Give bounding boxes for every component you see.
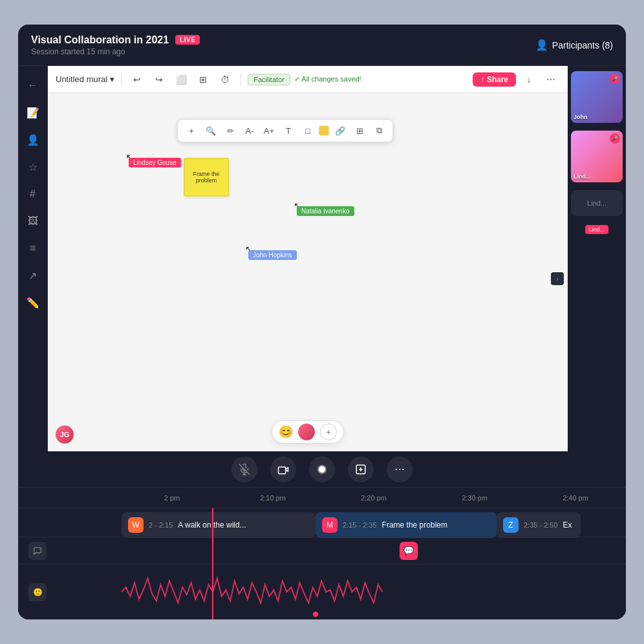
session-block-zoom[interactable]: Z 2:35 - 2:50 Ex (497, 512, 581, 538)
more-controls-button[interactable]: ⋯ (387, 456, 413, 482)
waveform-label: 🙂 (18, 583, 122, 601)
frame-button[interactable]: ⬜ (172, 70, 190, 89)
annotations-label (18, 542, 122, 560)
active-user-avatar (298, 424, 315, 440)
redo-button[interactable]: ↪ (150, 70, 168, 89)
annotations-row: 💬 (18, 537, 626, 564)
annotation-icon-button[interactable]: 💬 (400, 542, 418, 560)
canvas-scroll-button[interactable]: › (551, 272, 564, 285)
grid-button[interactable]: ⊞ (194, 70, 212, 89)
mural-title-dropdown[interactable]: Untitled mural ▾ (56, 74, 114, 84)
sidebar-note-icon[interactable]: 📝 (21, 101, 45, 124)
session-title: Visual Collaboration in 2021 LIVE (31, 34, 200, 46)
share-button[interactable]: ↑ Share (473, 72, 516, 87)
canvas-content[interactable]: + 🔍 ✏ A- A+ T □ 🔗 ⊞ ⧉ ↖ Lindsey Gouse (48, 93, 568, 451)
zoom-session-icon: Z (503, 517, 519, 533)
timeline-content: 15:01 W 2 - 2:15 A walk on the wild... (18, 508, 626, 619)
zoom-tool-button[interactable]: 🔍 (202, 122, 219, 139)
sidebar-star-icon[interactable]: ☆ (21, 155, 45, 178)
sidebar-user-icon[interactable]: 👤 (21, 128, 45, 151)
timeline-header: 2 pm 2:10 pm 2:20 pm 2:30 pm 2:40 pm (18, 488, 626, 508)
top-bar-left: Visual Collaboration in 2021 LIVE Sessio… (31, 34, 200, 56)
timer-button[interactable]: ⏱ (216, 70, 234, 89)
waveform-row: 🙂 (18, 564, 626, 619)
link-button[interactable]: 🔗 (332, 122, 349, 139)
layout-button[interactable]: ⊞ (351, 122, 368, 139)
floating-toolbar: + 🔍 ✏ A- A+ T □ 🔗 ⊞ ⧉ (177, 119, 393, 142)
add-tool-button[interactable]: + (183, 122, 200, 139)
live-badge: LIVE (175, 35, 200, 45)
add-marker-button[interactable] (348, 456, 374, 482)
person-icon: 👤 (535, 39, 548, 51)
toolbar-divider-2 (241, 73, 241, 86)
time-label-230: 2:30 pm (424, 494, 525, 502)
participant-extra-label: Lind... (587, 199, 606, 207)
frame-session-icon: M (322, 517, 338, 533)
time-label-210: 2:10 pm (222, 494, 323, 502)
sidebar-back-icon[interactable]: ← (21, 74, 45, 97)
time-label-220: 2:20 pm (323, 494, 424, 502)
waveform-current-position (313, 612, 318, 617)
zoom-session-time: 2:35 - 2:50 (524, 521, 558, 529)
session-block-frame[interactable]: M 2:15 - 2:35 Frame the problem (316, 512, 497, 538)
participants-button[interactable]: 👤 Participants (8) (535, 39, 613, 51)
emoji-reaction-icon[interactable]: 😊 (279, 425, 293, 439)
timeline-area: 2 pm 2:10 pm 2:20 pm 2:30 pm 2:40 pm 15:… (18, 488, 626, 619)
session-block-walk[interactable]: W 2 - 2:15 A walk on the wild... (122, 512, 316, 538)
annotations-icon[interactable] (28, 542, 47, 560)
sidebar-export-icon[interactable]: ↗ (21, 264, 45, 287)
participant-name-lind: Lind... (574, 173, 591, 180)
participant-card-extra[interactable]: Lind... (571, 190, 623, 216)
sidebar-panel: ← 📝 👤 ☆ # 🖼 ≡ ↗ ✏️ (18, 66, 48, 451)
mic-off-icon: 🎤 (610, 74, 620, 84)
sticky-note[interactable]: Frame the problem (184, 158, 229, 197)
share-icon: ↑ (480, 75, 486, 84)
saved-status: ✓ All changes saved! (294, 75, 361, 83)
annotation-marker[interactable]: 💬 (400, 542, 418, 560)
user-avatar[interactable]: JG (56, 425, 74, 444)
sidebar-pen-icon[interactable]: ✏️ (21, 291, 45, 314)
sidebar-grid-icon[interactable]: # (21, 182, 45, 206)
participant-card-lind[interactable]: 🎤 Lind... (571, 131, 623, 182)
time-label-240: 2:40 pm (525, 494, 626, 502)
app-container: Visual Collaboration in 2021 LIVE Sessio… (18, 25, 626, 619)
sidebar-list-icon[interactable]: ≡ (21, 237, 45, 260)
text-size-increase-button[interactable]: A+ (261, 122, 277, 139)
toolbar-divider-1 (121, 73, 122, 86)
walk-session-time: 2 - 2:15 (149, 521, 173, 529)
frame-tool-button[interactable]: □ (299, 122, 316, 139)
undo-button[interactable]: ↩ (128, 70, 146, 89)
cursor-natalia-area: ↖ (294, 200, 301, 211)
bold-button[interactable]: T (280, 122, 297, 139)
color-picker-button[interactable] (319, 125, 329, 136)
annotations-track: 💬 (122, 537, 626, 564)
more-options-button[interactable]: ⋯ (542, 70, 560, 89)
right-participants-panel: 🎤 John 🎤 Lind... Lind... Lind... (568, 66, 626, 451)
facilitator-badge: Facilitator (248, 74, 290, 85)
frame-session-time: 2:15 - 2:35 (343, 521, 377, 529)
camera-button[interactable] (270, 456, 296, 482)
sessions-row: W 2 - 2:15 A walk on the wild... M 2:15 … (18, 508, 626, 537)
cursor-label-lindsey: Lindsey Gouse (129, 158, 181, 167)
sidebar-image-icon[interactable]: 🖼 (21, 209, 45, 233)
mic-off-icon-lind: 🎤 (610, 133, 620, 144)
text-size-decrease-button[interactable]: A- (241, 122, 258, 139)
duplicate-button[interactable]: ⧉ (370, 122, 387, 139)
download-button[interactable]: ↓ (520, 70, 538, 89)
record-button[interactable] (309, 456, 335, 482)
participants-label: Participants (8) (552, 40, 613, 50)
session-title-text: Visual Collaboration in 2021 (31, 34, 169, 46)
cursor-lindsey-area: ↖ (125, 151, 134, 164)
pen-tool-button[interactable]: ✏ (222, 122, 239, 139)
mural-title-text: Untitled mural (56, 74, 107, 84)
waveform-track (122, 564, 626, 619)
svg-rect-3 (279, 467, 286, 474)
chevron-down-icon: ▾ (110, 74, 114, 84)
participant-card-john[interactable]: 🎤 John (571, 71, 623, 123)
participant-name-john: John (574, 114, 588, 120)
canvas-toolbar: Untitled mural ▾ ↩ ↪ ⬜ ⊞ ⏱ Facilitator ✓… (48, 66, 568, 93)
canvas-wrapper: Untitled mural ▾ ↩ ↪ ⬜ ⊞ ⏱ Facilitator ✓… (48, 66, 568, 451)
main-area: ← 📝 👤 ☆ # 🖼 ≡ ↗ ✏️ Untitled mural ▾ ↩ ↪ … (18, 66, 626, 451)
mic-mute-button[interactable] (231, 456, 257, 482)
add-reaction-button[interactable]: + (320, 424, 337, 440)
